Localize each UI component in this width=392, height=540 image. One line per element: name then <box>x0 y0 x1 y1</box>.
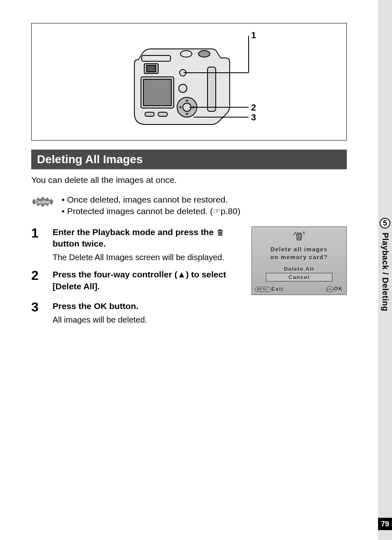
steps-list: 1 Enter the Playback mode and press the … <box>31 226 240 332</box>
lcd-option-cancel: Cancel <box>266 273 332 282</box>
caution-icon: Caution <box>31 196 54 208</box>
lcd-option-delete-all: Delete All <box>266 265 332 273</box>
step-number: 3 <box>31 300 44 325</box>
chapter-number: 5 <box>380 218 390 228</box>
section-heading: Deleting All Images <box>31 150 347 169</box>
callout-lines <box>32 23 346 140</box>
step-3: 3 Press the OK button. All images will b… <box>31 300 240 325</box>
side-tab: 5 Playback / Deleting <box>378 218 392 358</box>
lcd-prompt: Delete all images on memory card? <box>255 246 343 261</box>
step-number: 2 <box>31 269 44 295</box>
lcd-trash-icon <box>255 231 343 243</box>
svg-text:Caution: Caution <box>35 200 50 204</box>
callout-3: 3 <box>251 112 256 123</box>
step-1: 1 Enter the Playback mode and press the … <box>31 226 240 263</box>
camera-diagram: 1 2 3 <box>31 23 347 141</box>
step-title: Enter the Playback mode and press the bu… <box>53 226 240 250</box>
page-number: 79 <box>378 518 392 530</box>
intro-text: You can delete all the images at once. <box>31 175 347 185</box>
step-number: 1 <box>31 226 44 263</box>
step-title: Press the four-way controller (▲) to sel… <box>53 269 240 292</box>
step-2: 2 Press the four-way controller (▲) to s… <box>31 269 240 295</box>
step-text: All images will be deleted. <box>53 314 240 325</box>
step-text: The Delete All Images screen will be dis… <box>53 252 240 263</box>
caution-block: Caution Once deleted, images cannot be r… <box>31 194 347 217</box>
lcd-menu-exit: MENUExit <box>255 286 284 292</box>
side-label: Playback / Deleting <box>380 233 390 312</box>
step-title: Press the OK button. <box>53 300 240 312</box>
lcd-ok: OKOK <box>326 286 344 292</box>
callout-1: 1 <box>251 30 256 41</box>
trash-icon <box>217 229 224 236</box>
caution-item-1: Once deleted, images cannot be restored. <box>62 194 240 205</box>
caution-item-2: Protected images cannot be deleted. (☞p.… <box>62 205 240 217</box>
callout-2: 2 <box>251 102 256 113</box>
lcd-screen: Delete all images on memory card? Delete… <box>251 226 347 295</box>
